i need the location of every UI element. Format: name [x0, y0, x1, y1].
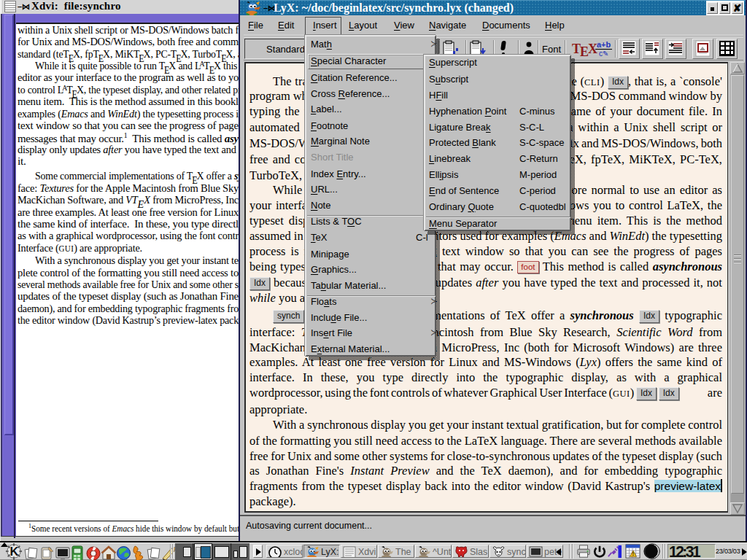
svg-text:K: K: [9, 545, 18, 559]
svg-text:!: !: [632, 551, 634, 556]
